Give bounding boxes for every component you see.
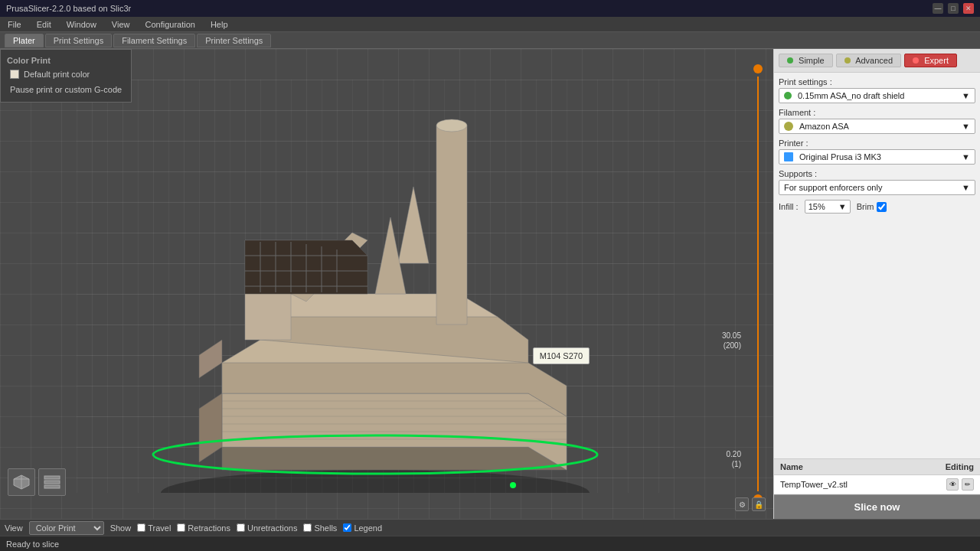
view-select[interactable]: Color Print Feature types Height (Z) Wid…	[29, 521, 104, 535]
object-row: TempTower_v2.stl 👁 ✏	[774, 475, 980, 494]
layer-label-top: 30.05 (200)	[722, 331, 741, 350]
printer-row: Printer : Original Prusa i3 MK3 ▼	[779, 139, 975, 165]
svg-rect-39	[44, 476, 60, 479]
tab-plater[interactable]: Plater	[5, 34, 44, 47]
viewport-icons: ⚙ 🔒	[735, 497, 766, 511]
filament-label: Filament :	[779, 108, 975, 117]
view-label: View	[5, 523, 23, 533]
expert-dot	[913, 57, 919, 64]
mode-tab-simple[interactable]: Simple	[779, 54, 833, 67]
svg-point-35	[510, 482, 516, 488]
menu-window[interactable]: Window	[64, 19, 100, 30]
retractions-checkbox[interactable]	[177, 523, 185, 532]
maximize-button[interactable]: □	[948, 3, 959, 14]
unretractions-checkbox[interactable]	[237, 523, 245, 532]
editing-header: Editing	[946, 462, 974, 471]
shells-checkbox[interactable]	[303, 523, 312, 532]
statusbar: Ready to slice	[0, 536, 980, 551]
svg-point-18	[436, 119, 467, 132]
menu-item-pause-label: Pause print or custom G-code	[10, 85, 122, 94]
svg-rect-40	[44, 481, 60, 484]
svg-rect-17	[436, 126, 467, 324]
printer-value: Original Prusa i3 MK3	[799, 152, 959, 161]
expert-label: Expert	[924, 56, 949, 65]
menu-edit[interactable]: Edit	[34, 19, 54, 30]
show-label: Show	[110, 523, 132, 533]
view-layer-button[interactable]	[38, 468, 66, 496]
layer-bot-index: (1)	[727, 459, 741, 469]
brim-label: Brim	[857, 202, 874, 211]
legend-checkbox[interactable]	[343, 523, 351, 532]
print-settings-select[interactable]: 0.15mm ASA_no draft shield ▼	[779, 88, 975, 103]
viewport-icon-lock[interactable]: 🔒	[752, 497, 766, 511]
travel-checkbox-item: Travel	[137, 523, 171, 533]
simple-label: Simple	[799, 56, 825, 65]
printer-icon	[784, 152, 793, 161]
slice-button[interactable]: Slice now	[774, 494, 980, 519]
close-button[interactable]: ✕	[963, 3, 974, 14]
layer-slider[interactable]	[750, 64, 766, 504]
simple-dot	[787, 57, 793, 64]
cube-icon	[12, 473, 31, 491]
filament-icon	[784, 122, 793, 131]
infill-select[interactable]: 15% ▼	[805, 200, 851, 214]
tab-printer-settings[interactable]: Printer Settings	[197, 34, 271, 47]
right-panel: Simple Advanced Expert Print settings : …	[773, 49, 980, 519]
object-action-icons: 👁 ✏	[946, 478, 974, 491]
print-settings-panel: Print settings : 0.15mm ASA_no draft shi…	[774, 73, 980, 458]
object-visibility-icon[interactable]: 👁	[946, 478, 959, 491]
supports-label: Supports :	[779, 169, 975, 178]
print-settings-arrow: ▼	[962, 91, 970, 100]
object-edit-icon[interactable]: ✏	[962, 478, 974, 491]
filament-arrow: ▼	[962, 122, 970, 131]
print-settings-label: Print settings :	[779, 77, 975, 86]
mode-tab-advanced[interactable]: Advanced	[836, 54, 901, 67]
tab-print-settings[interactable]: Print Settings	[45, 34, 112, 47]
filament-row: Filament : Amazon ASA ▼	[779, 108, 975, 134]
bottombar: View Color Print Feature types Height (Z…	[0, 519, 980, 536]
brim-checkbox[interactable]	[877, 202, 887, 212]
filament-select[interactable]: Amazon ASA ▼	[779, 119, 975, 134]
infill-arrow: ▼	[838, 202, 847, 211]
menu-help[interactable]: Help	[207, 19, 231, 30]
layer-handle-top[interactable]	[753, 64, 763, 73]
viewport-icon-settings[interactable]: ⚙	[735, 497, 749, 511]
shells-label: Shells	[314, 523, 337, 533]
mode-tab-expert[interactable]: Expert	[904, 54, 957, 67]
viewport[interactable]: Color Print Default print color Pause pr…	[0, 49, 773, 519]
svg-marker-2	[222, 447, 567, 470]
supports-row: Supports : For support enforcers only ▼	[779, 169, 975, 195]
object-name: TempTower_v2.stl	[780, 480, 848, 489]
menubar: File Edit Window View Configuration Help	[0, 17, 980, 32]
layer-bottom-label: 0.20 (1)	[727, 449, 741, 469]
color-print-menu-title: Color Print	[1, 54, 131, 67]
menu-view[interactable]: View	[109, 19, 133, 30]
retractions-label: Retractions	[188, 523, 230, 533]
menu-item-default-color[interactable]: Default print color	[1, 67, 131, 82]
svg-rect-41	[44, 485, 60, 488]
minimize-button[interactable]: —	[933, 3, 943, 14]
color-swatch	[10, 70, 19, 79]
layer-bot-value: 0.20	[727, 449, 741, 459]
menu-item-pause-print[interactable]: Pause print or custom G-code	[1, 82, 131, 97]
shells-checkbox-item: Shells	[303, 523, 337, 533]
view-buttons	[8, 468, 66, 496]
supports-arrow: ▼	[962, 183, 970, 192]
print-settings-icon	[784, 92, 792, 99]
supports-select[interactable]: For support enforcers only ▼	[779, 180, 975, 195]
printer-label: Printer :	[779, 139, 975, 148]
print-settings-row: Print settings : 0.15mm ASA_no draft shi…	[779, 77, 975, 103]
slider-track	[757, 77, 759, 491]
layer-top-value: 30.05	[722, 331, 741, 341]
menu-file[interactable]: File	[5, 19, 24, 30]
tab-filament-settings[interactable]: Filament Settings	[113, 34, 195, 47]
printer-select[interactable]: Original Prusa i3 MK3 ▼	[779, 149, 975, 165]
menu-configuration[interactable]: Configuration	[142, 19, 198, 30]
legend-label: Legend	[354, 523, 382, 533]
travel-checkbox[interactable]	[137, 523, 145, 532]
supports-value: For support enforcers only	[784, 183, 882, 192]
layer-top-index: (200)	[722, 341, 741, 350]
view-3d-button[interactable]	[8, 468, 35, 496]
unretractions-checkbox-item: Unretractions	[237, 523, 297, 533]
filament-value: Amazon ASA	[799, 122, 959, 131]
